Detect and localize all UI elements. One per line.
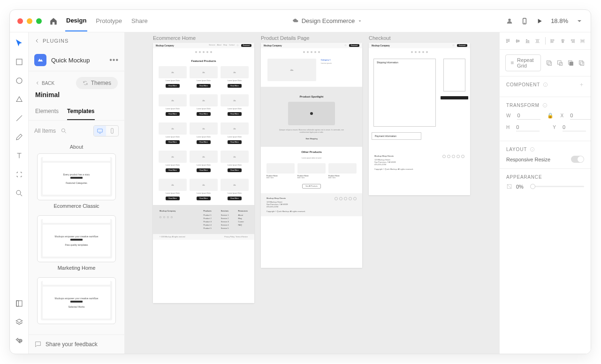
user-icon[interactable] bbox=[506, 17, 513, 25]
svg-rect-31 bbox=[552, 39, 555, 40]
distribute-h-icon[interactable] bbox=[580, 38, 585, 45]
x-input[interactable] bbox=[570, 112, 591, 120]
template-card[interactable]: Every product has a storyFeatured Catego… bbox=[37, 153, 116, 200]
max-dot[interactable] bbox=[36, 18, 42, 24]
panel-assets[interactable] bbox=[15, 299, 23, 310]
device-mobile[interactable] bbox=[106, 126, 118, 136]
svg-rect-9 bbox=[16, 301, 19, 306]
tool-zoom[interactable] bbox=[15, 189, 23, 199]
y-input[interactable] bbox=[563, 123, 586, 131]
artboard-ecommerce-home[interactable]: Mockup Company ServicesAboutShopContactF… bbox=[153, 43, 254, 303]
align-right-icon[interactable] bbox=[570, 38, 575, 45]
align-left-icon[interactable] bbox=[550, 38, 555, 45]
svg-rect-8 bbox=[16, 301, 22, 306]
svg-rect-41 bbox=[582, 40, 583, 42]
zoom-level[interactable]: 18.8% bbox=[551, 17, 568, 24]
svg-point-16 bbox=[345, 45, 346, 46]
bool-exclude-icon[interactable] bbox=[578, 60, 585, 67]
svg-rect-44 bbox=[511, 63, 512, 64]
category-header: About bbox=[37, 144, 116, 150]
template-label: Marketing Home bbox=[37, 265, 116, 271]
info-icon[interactable] bbox=[530, 147, 535, 152]
opacity-slider[interactable] bbox=[531, 186, 584, 187]
tool-text[interactable] bbox=[15, 152, 23, 162]
artboard-label[interactable]: Product Details Page bbox=[261, 35, 309, 41]
filter-all[interactable]: All Items bbox=[34, 128, 56, 134]
bool-subtract-icon[interactable] bbox=[556, 60, 563, 67]
chevron-down-icon[interactable] bbox=[576, 17, 583, 25]
chat-icon bbox=[34, 341, 42, 348]
tool-artboard[interactable] bbox=[15, 170, 23, 181]
search-icon[interactable] bbox=[61, 128, 67, 134]
align-vcenter-icon[interactable] bbox=[515, 38, 520, 45]
tab-prototype[interactable]: Prototype bbox=[95, 11, 123, 31]
themes-button[interactable]: Themes bbox=[76, 77, 118, 89]
close-dot[interactable] bbox=[17, 18, 23, 24]
play-icon[interactable] bbox=[536, 17, 543, 25]
tab-share[interactable]: Share bbox=[130, 11, 149, 31]
tab-elements[interactable]: Elements bbox=[35, 103, 59, 120]
doc-title[interactable]: Design Ecommerce bbox=[156, 17, 498, 24]
template-card[interactable]: Mockups empower your creative workflowFr… bbox=[37, 215, 116, 262]
responsive-toggle[interactable] bbox=[571, 156, 584, 163]
plugin-menu-icon[interactable]: ••• bbox=[109, 56, 119, 64]
min-dot[interactable] bbox=[27, 18, 32, 24]
svg-rect-43 bbox=[513, 61, 514, 62]
artboard-checkout[interactable]: Mockup CompanyFeatured Shipping Informat… bbox=[369, 43, 470, 195]
bool-add-icon[interactable] bbox=[546, 60, 553, 67]
template-card[interactable]: Mockups empower your creative workflowSe… bbox=[37, 277, 116, 324]
align-top-icon[interactable] bbox=[505, 38, 510, 45]
svg-point-0 bbox=[508, 18, 510, 21]
back-button[interactable]: BACK bbox=[35, 81, 54, 86]
svg-rect-53 bbox=[580, 62, 584, 66]
width-input[interactable] bbox=[517, 112, 540, 120]
tool-polygon[interactable] bbox=[15, 95, 23, 106]
opacity-value: 0% bbox=[516, 184, 524, 190]
tool-ellipse[interactable] bbox=[15, 76, 23, 87]
plus-icon[interactable] bbox=[579, 82, 584, 87]
align-hcenter-icon[interactable] bbox=[560, 38, 565, 45]
distribute-v-icon[interactable] bbox=[535, 38, 540, 45]
tab-design[interactable]: Design bbox=[65, 10, 87, 31]
svg-point-4 bbox=[16, 78, 22, 83]
artboard-product-details[interactable]: Mockup CompanyFeatured Category 1Lorem i… bbox=[261, 43, 362, 268]
device-icon[interactable] bbox=[521, 17, 528, 25]
window-controls bbox=[17, 18, 42, 24]
info-icon[interactable] bbox=[542, 103, 548, 108]
svg-line-7 bbox=[20, 194, 22, 196]
bool-intersect-icon[interactable] bbox=[567, 60, 574, 67]
panel-plugins[interactable] bbox=[15, 337, 23, 347]
tool-line[interactable] bbox=[15, 114, 23, 124]
align-bottom-icon[interactable] bbox=[525, 38, 530, 45]
repeat-grid-button[interactable]: Repeat Grid bbox=[505, 54, 541, 71]
artboard-label[interactable]: Ecommerce Home bbox=[153, 35, 196, 41]
tool-select[interactable] bbox=[15, 39, 23, 49]
svg-rect-38 bbox=[572, 41, 574, 42]
plugin-breadcrumb[interactable]: PLUGINS bbox=[29, 32, 124, 49]
artboard-label[interactable]: Checkout bbox=[369, 35, 390, 41]
svg-point-17 bbox=[453, 45, 454, 46]
responsive-label: Responsive Resize bbox=[506, 157, 550, 162]
svg-rect-46 bbox=[547, 61, 551, 64]
svg-rect-19 bbox=[507, 40, 508, 43]
tool-pen[interactable] bbox=[15, 133, 23, 143]
svg-rect-37 bbox=[571, 39, 574, 40]
toolstrip bbox=[10, 32, 29, 354]
svg-line-5 bbox=[16, 115, 22, 121]
svg-rect-14 bbox=[111, 129, 114, 134]
tab-templates[interactable]: Templates bbox=[67, 103, 94, 120]
home-icon[interactable] bbox=[49, 17, 58, 25]
height-input[interactable] bbox=[516, 123, 540, 131]
info-icon[interactable] bbox=[543, 82, 548, 87]
tool-rect[interactable] bbox=[15, 58, 23, 68]
inspector: Repeat Grid COMPONENT TRANSFORM W🔒X HY bbox=[499, 32, 591, 354]
svg-rect-51 bbox=[570, 62, 573, 66]
svg-rect-49 bbox=[559, 62, 562, 65]
opacity-icon bbox=[506, 183, 512, 190]
panel-layers[interactable] bbox=[15, 318, 23, 328]
lock-icon[interactable]: 🔒 bbox=[547, 113, 554, 119]
device-desktop[interactable] bbox=[94, 126, 106, 136]
feedback-link[interactable]: Share your feedback bbox=[29, 334, 124, 354]
template-label: Ecommerce Classic bbox=[37, 203, 116, 209]
canvas[interactable]: Ecommerce Home Mockup Company ServicesAb… bbox=[125, 32, 499, 354]
